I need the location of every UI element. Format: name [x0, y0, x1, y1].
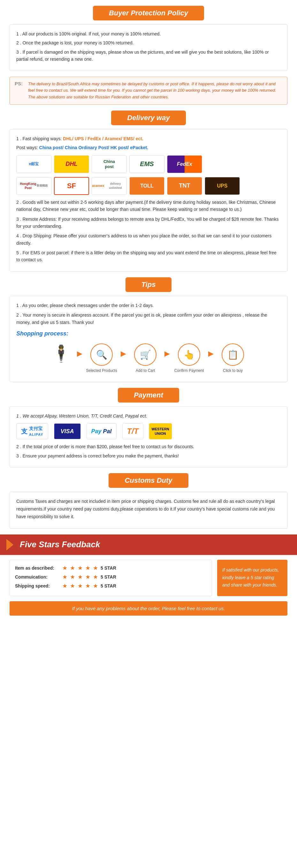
fast-carriers: DHL/ UPS / FedEx / Aramex/ EMS/ ect. [63, 136, 143, 141]
delivery-note-3: 3 . Remote Address: If your receiving ad… [16, 216, 281, 230]
arrow-icon [6, 539, 13, 551]
star-label-2: Commuication: [15, 575, 60, 580]
tips-point-1: 1 . As you order, please check messages … [16, 302, 281, 309]
payment-intro: 1 . We accept Alipay, Western Union, T/T… [16, 412, 281, 420]
stars-row-2: Commuication: ★ ★ ★ ★ ★ 5 STAR [15, 574, 207, 581]
post-carriers: China post/ China Ordinary Post/ HK post… [39, 145, 148, 150]
five-stars-title: Five Stars Feedback [20, 539, 100, 550]
star-3-3: ★ [77, 582, 83, 589]
star-label-3: Shipping speed: [15, 583, 60, 588]
star-3-5: ★ [93, 582, 98, 589]
step-3-icon: 👆 [178, 343, 200, 366]
carrier-logo-ems: EMS [129, 155, 164, 173]
ps-box: PS: The delivery to Brazil/South Africa … [9, 77, 288, 105]
star-3-4: ★ [85, 582, 90, 589]
delivery-content: 1 . Fast shipping ways: DHL/ UPS / FedEx… [9, 129, 288, 272]
carrier-logo-dhl: DHL [54, 155, 89, 173]
star-2-1: ★ [62, 574, 67, 581]
star-1-3: ★ [77, 564, 83, 571]
step-2-label: Add to Cart [128, 368, 163, 373]
star-count-1: 5 STAR [101, 565, 116, 570]
step-1-icon: 🔍 [90, 343, 113, 366]
customs-header: Customs Duty [0, 473, 297, 488]
process-step-4: 📋 Click to buy [215, 343, 251, 373]
process-step-3: 👆 Confirm Payment [171, 343, 207, 373]
arrow-2: ▶ [121, 349, 126, 367]
payment-content: 1 . We accept Alipay, Western Union, T/T… [9, 406, 288, 467]
star-1-5: ★ [93, 564, 98, 571]
buyer-protection-section: Buyer Protection Policy 1 . All our prod… [0, 6, 297, 105]
arrow-4: ▶ [208, 349, 213, 367]
star-3-2: ★ [70, 582, 75, 589]
process-step-2: 🛒 Add to Cart [128, 343, 163, 373]
arrow-1: ▶ [77, 349, 82, 367]
customs-text: Customs Taxes and charges are not includ… [16, 498, 281, 520]
tips-header: Tips [0, 277, 297, 292]
carrier-logo-epbao: e邮宝 [16, 155, 52, 173]
carrier-logo-hkpost: HongKongPost香港郵政 [16, 177, 52, 195]
visa-logo: VISA [54, 423, 81, 439]
stars-right: If satisfied with our products, kindly l… [217, 560, 288, 596]
payment-title: Payment [118, 388, 179, 403]
star-3-1: ★ [62, 582, 67, 589]
step-1-label: Selected Products [84, 368, 119, 373]
delivery-note-4: 4 . Drop Shipping: Please offer your cus… [16, 232, 281, 247]
carrier-logos-row1: e邮宝 DHL Chinapost EMS FedEx [16, 155, 281, 173]
stars-row-1: Item as described: ★ ★ ★ ★ ★ 5 STAR [15, 564, 207, 571]
stars-feedback-row: Item as described: ★ ★ ★ ★ ★ 5 STAR Comm… [9, 560, 288, 596]
payment-note-3: 3 . Ensure your payment address is corre… [16, 453, 281, 459]
buyer-protection-content: 1 . All our products is 100% original. I… [9, 24, 288, 71]
step-4-label: Click to buy [215, 368, 251, 373]
star-2-4: ★ [85, 574, 90, 581]
carrier-logos-row2: HongKongPost香港郵政 SF aramexdelivery unlim… [16, 177, 281, 195]
star-1-2: ★ [70, 564, 75, 571]
customs-title: Customs Duty [108, 473, 188, 488]
fast-prefix: 1 . Fast shipping ways: [16, 136, 63, 141]
paypal-logo: PayPal [87, 423, 117, 439]
shopping-process: 🕴 ▶ 🔍 Selected Products ▶ 🛒 Add to Cart … [16, 343, 281, 373]
delivery-title: Delivery way [111, 111, 186, 125]
star-2-3: ★ [77, 574, 83, 581]
ps-text: The delivery to Brazil/South Africa may … [28, 81, 282, 101]
tt-logo: T/T [122, 423, 143, 439]
delivery-note-5: 5 . For EMS or post parcel: if there is … [16, 249, 281, 264]
carrier-logo-sf: SF [54, 177, 89, 195]
stars-row-3: Shipping speed: ★ ★ ★ ★ ★ 5 STAR [15, 582, 207, 589]
arrow-3: ▶ [164, 349, 170, 367]
star-2-2: ★ [70, 574, 75, 581]
step-4-icon: 📋 [222, 343, 244, 366]
star-count-3: 5 STAR [101, 583, 116, 588]
post-prefix: Post ways: [16, 145, 39, 150]
buyer-protection-list: 1 . All our products is 100% original. I… [16, 30, 281, 63]
list-item: 1 . All our products is 100% original. I… [16, 30, 281, 37]
payment-section: Payment 1 . We accept Alipay, Western Un… [0, 388, 297, 467]
buyer-protection-header: Buyer Protection Policy [0, 6, 297, 21]
stars-left: Item as described: ★ ★ ★ ★ ★ 5 STAR Comm… [9, 560, 212, 596]
carrier-logo-toll: TOLL [129, 177, 164, 195]
process-step-1: 🔍 Selected Products [84, 343, 119, 373]
carrier-logo-ups: UPS [205, 177, 240, 195]
list-item: 2 . Once the package is lost, your money… [16, 39, 281, 46]
bottom-contact: If you have any problems about the order… [9, 601, 288, 616]
buyer-protection-title: Buyer Protection Policy [93, 6, 204, 21]
alipay-logo: 支 支付宝ALIPAY [16, 423, 48, 439]
delivery-section: Delivery way 1 . Fast shipping ways: DHL… [0, 111, 297, 272]
tips-point-2: 2 . Your money is secure in aliexpress a… [16, 311, 281, 326]
payment-note-2: 2 . If the total price of order is more … [16, 443, 281, 450]
customs-content: Customs Taxes and charges are not includ… [9, 492, 288, 528]
list-item: 3 . If parcel is damaged on the shipping… [16, 49, 281, 63]
person-figure: 🕴 [46, 345, 75, 371]
payment-header: Payment [0, 388, 297, 403]
tips-title: Tips [126, 277, 172, 292]
carrier-logo-chinapost: Chinapost [92, 155, 127, 173]
customs-section: Customs Duty Customs Taxes and charges a… [0, 473, 297, 528]
wu-logo: WESTERNUNION [149, 423, 172, 439]
delivery-note-2: 2 . Goods will be sent out within 2-5 wo… [16, 199, 281, 213]
carrier-logo-tnt: TNT [167, 177, 202, 195]
carrier-logo-fedex: FedEx [167, 155, 202, 173]
fast-shipping-line2: Post ways: China post/ China Ordinary Po… [16, 144, 281, 151]
step-3-label: Confirm Payment [171, 368, 207, 373]
star-1-4: ★ [85, 564, 90, 571]
ps-label: PS: [15, 81, 24, 101]
stars-right-text: If satisfied with our products, kindly l… [222, 566, 282, 589]
